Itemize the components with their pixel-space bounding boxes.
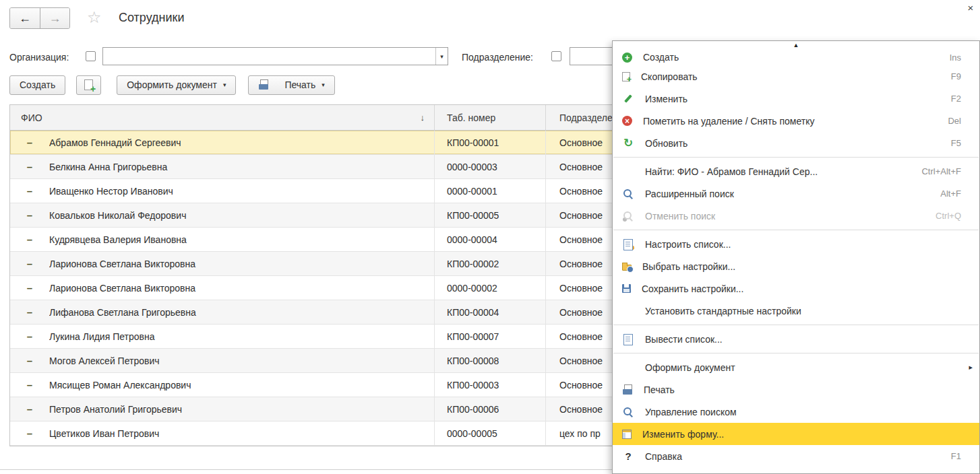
help-icon <box>622 450 634 463</box>
close-icon[interactable]: × <box>964 2 977 14</box>
list-item-marker-icon: – <box>27 403 32 415</box>
list-item-marker-icon: – <box>27 209 32 221</box>
submenu-arrow-icon: ▸ <box>965 363 973 372</box>
column-header-fio[interactable]: ФИО ↓ <box>10 105 434 130</box>
list-item-marker-icon: – <box>27 282 32 294</box>
menu-item[interactable]: Сохранить настройки... ▸ <box>613 277 979 300</box>
menu-separator <box>613 325 979 325</box>
shortcut-label: Ctrl+Q <box>936 211 961 221</box>
employee-number: КП00-00005 <box>434 203 545 227</box>
organization-checkbox[interactable] <box>86 51 96 61</box>
menu-item[interactable]: Настроить список... ▸ <box>613 233 979 255</box>
new-group-icon <box>84 79 93 90</box>
department-label: Подразделение: <box>462 52 533 63</box>
menu-separator <box>613 353 979 353</box>
column-header-tab-number[interactable]: Таб. номер <box>434 105 545 130</box>
cancel-search-icon <box>622 210 634 222</box>
menu-item[interactable]: Изменить F2 ▸ <box>613 88 979 110</box>
menu-item[interactable]: Оформить документ ▸ <box>613 356 979 378</box>
menu-items: Создать Ins ▸ Скопировать F9 ▸ Изменить … <box>613 49 979 467</box>
menu-item[interactable]: Установить стандартные настройки ▸ <box>613 300 979 322</box>
list-item-marker-icon: – <box>27 161 32 172</box>
chevron-down-icon: ▾ <box>321 81 325 88</box>
list-item-marker-icon: – <box>27 306 32 318</box>
shortcut-label: F1 <box>951 451 961 461</box>
menu-item[interactable]: Изменить форму... ▸ <box>613 423 979 445</box>
nav-buttons: ← → <box>9 7 70 29</box>
print-icon <box>622 384 633 395</box>
employee-number: 0000-00002 <box>434 276 545 300</box>
list-item-marker-icon: – <box>27 137 32 148</box>
employee-name: Ковальков Николай Федорович <box>49 203 434 227</box>
favorite-star-icon[interactable]: ☆ <box>87 8 102 27</box>
search-manage-icon <box>622 406 634 418</box>
menu-item[interactable]: Печать ▸ <box>613 378 979 401</box>
create-icon <box>622 53 632 63</box>
chevron-down-icon: ▾ <box>223 81 226 88</box>
menu-scroll-up-icon[interactable]: ▲ <box>613 41 979 49</box>
employee-number: КП00-00002 <box>434 252 545 275</box>
shortcut-label: F9 <box>951 71 961 81</box>
copy-icon <box>622 72 630 81</box>
back-arrow-icon: ← <box>19 11 31 26</box>
edit-icon <box>622 93 634 105</box>
create-button[interactable]: Создать <box>9 75 65 95</box>
employee-number: 0000-00004 <box>434 228 545 251</box>
list-item-marker-icon: – <box>27 258 32 269</box>
employee-name: Петров Анатолий Григорьевич <box>49 397 434 421</box>
document-menu-button[interactable]: Оформить документ ▾ <box>117 75 236 95</box>
forward-button[interactable]: → <box>40 8 69 28</box>
forward-arrow-icon: → <box>49 11 61 26</box>
organization-label: Организация: <box>9 52 69 63</box>
context-menu: ▲ Создать Ins ▸ Скопировать F9 ▸ Изменит… <box>612 40 980 474</box>
save-settings-icon <box>622 284 631 293</box>
menu-item[interactable]: Создать Ins ▸ <box>613 49 979 65</box>
employee-number: КП00-00004 <box>434 300 545 324</box>
employee-name: Лифанова Светлана Григорьевна <box>49 300 434 324</box>
employee-name: Цветиков Иван Петрович <box>49 421 434 445</box>
menu-item[interactable]: Найти: ФИО - Абрамов Геннадий Сер... Ctr… <box>613 160 979 182</box>
list-item-marker-icon: – <box>27 355 32 366</box>
menu-item[interactable]: Отменить поиск Ctrl+Q ▸ <box>613 205 979 227</box>
page-title: Сотрудники <box>119 11 185 25</box>
employee-number: КП00-00007 <box>434 325 545 348</box>
shortcut-label: Ctrl+Alt+F <box>921 166 961 176</box>
choose-settings-icon <box>622 265 632 271</box>
employee-name: Ларионова Светлана Викторовна <box>49 276 434 300</box>
configure-list-icon <box>622 238 634 250</box>
create-group-button[interactable] <box>76 75 101 95</box>
back-button[interactable]: ← <box>10 8 40 28</box>
organization-input[interactable] <box>103 48 448 65</box>
shortcut-label: Ins <box>950 53 961 63</box>
organization-combo: ▾ <box>102 47 448 65</box>
menu-separator <box>613 157 979 158</box>
employee-name: Лукина Лидия Петровна <box>49 325 434 348</box>
menu-item[interactable]: Вывести список... ▸ <box>613 328 979 350</box>
department-checkbox[interactable] <box>551 51 561 61</box>
list-item-marker-icon: – <box>27 428 32 439</box>
change-form-icon <box>622 430 632 439</box>
menu-item[interactable]: Пометить на удаление / Снять пометку Del… <box>613 110 979 132</box>
menu-item[interactable]: Обновить F5 ▸ <box>613 132 979 154</box>
employee-number: КП00-00001 <box>434 131 545 154</box>
menu-item[interactable]: Справка F1 ▸ <box>613 445 979 467</box>
list-item-marker-icon: – <box>27 331 32 342</box>
shortcut-label: Alt+F <box>940 189 961 199</box>
employee-name: Кудрявцева Валерия Ивановна <box>49 228 434 251</box>
search-icon <box>622 188 634 200</box>
organization-dropdown-icon[interactable]: ▾ <box>435 48 448 65</box>
print-menu-button[interactable]: Печать ▾ <box>248 75 334 95</box>
employee-number: КП00-00006 <box>434 397 545 421</box>
employee-name: Могов Алексей Петрович <box>49 349 434 372</box>
menu-item[interactable]: Управление поиском ▸ <box>613 401 979 423</box>
menu-item[interactable]: Скопировать F9 ▸ <box>613 65 979 88</box>
menu-separator <box>613 230 979 230</box>
refresh-icon <box>622 137 634 149</box>
menu-item-icon <box>622 362 634 374</box>
delete-icon <box>622 116 632 126</box>
list-toolbar: Создать Оформить документ ▾ Печать ▾ <box>9 75 335 95</box>
employee-number: 0000-00003 <box>434 155 545 178</box>
menu-item[interactable]: Выбрать настройки... ▸ <box>613 255 979 277</box>
menu-item[interactable]: Расширенный поиск Alt+F ▸ <box>613 182 979 205</box>
shortcut-label: Del <box>948 116 961 126</box>
